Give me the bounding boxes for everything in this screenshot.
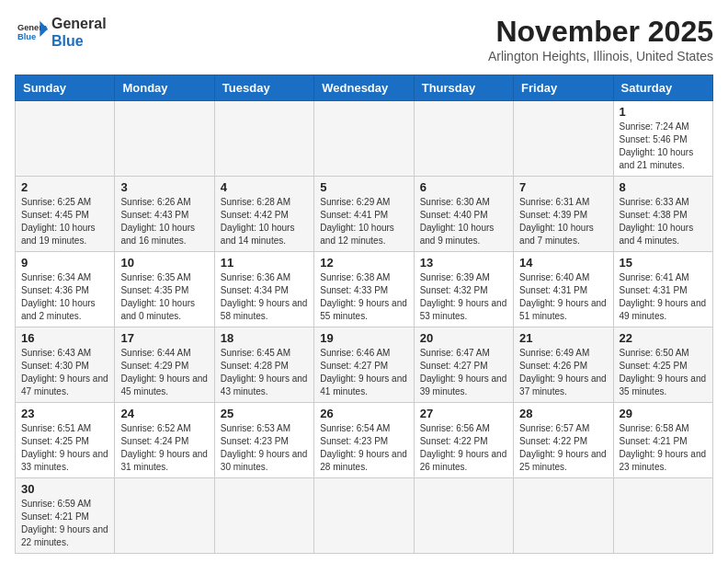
day-info: Sunrise: 6:30 AM Sunset: 4:40 PM Dayligh… (420, 196, 507, 247)
day-info: Sunrise: 6:40 AM Sunset: 4:31 PM Dayligh… (519, 271, 607, 323)
day-number: 8 (620, 180, 707, 194)
day-info: Sunrise: 6:36 AM Sunset: 4:34 PM Dayligh… (221, 271, 308, 323)
weekday-header: Wednesday (314, 75, 414, 101)
calendar-cell: 26Sunrise: 6:54 AM Sunset: 4:23 PM Dayli… (314, 403, 414, 478)
day-number: 21 (519, 331, 607, 345)
calendar-cell: 20Sunrise: 6:47 AM Sunset: 4:27 PM Dayli… (414, 327, 513, 403)
day-info: Sunrise: 6:38 AM Sunset: 4:33 PM Dayligh… (320, 271, 407, 323)
weekday-header: Friday (514, 75, 613, 101)
day-number: 23 (21, 407, 108, 420)
calendar-cell: 11Sunrise: 6:36 AM Sunset: 4:34 PM Dayli… (214, 252, 313, 327)
day-number: 4 (221, 180, 308, 194)
logo-icon: General Blue (15, 16, 48, 49)
day-number: 29 (620, 407, 707, 420)
calendar-cell: 2Sunrise: 6:25 AM Sunset: 4:45 PM Daylig… (16, 177, 115, 252)
day-number: 30 (21, 482, 108, 496)
day-info: Sunrise: 6:57 AM Sunset: 4:22 PM Dayligh… (519, 422, 607, 474)
calendar-header-row: SundayMondayTuesdayWednesdayThursdayFrid… (16, 75, 713, 101)
calendar-cell: 22Sunrise: 6:50 AM Sunset: 4:25 PM Dayli… (613, 327, 712, 403)
day-info: Sunrise: 6:45 AM Sunset: 4:28 PM Dayligh… (221, 347, 308, 398)
title-area: November 2025 Arlington Heights, Illinoi… (488, 15, 713, 63)
day-info: Sunrise: 6:25 AM Sunset: 4:45 PM Dayligh… (21, 196, 108, 247)
day-info: Sunrise: 6:29 AM Sunset: 4:41 PM Dayligh… (320, 196, 407, 247)
calendar-week-row: 16Sunrise: 6:43 AM Sunset: 4:30 PM Dayli… (16, 327, 713, 403)
day-info: Sunrise: 6:35 AM Sunset: 4:35 PM Dayligh… (120, 271, 208, 323)
day-info: Sunrise: 6:26 AM Sunset: 4:43 PM Dayligh… (120, 196, 208, 247)
logo-general: General (51, 15, 107, 32)
day-number: 26 (320, 407, 407, 420)
calendar-cell: 27Sunrise: 6:56 AM Sunset: 4:22 PM Dayli… (414, 403, 513, 478)
calendar-cell (414, 478, 513, 554)
day-info: Sunrise: 6:43 AM Sunset: 4:30 PM Dayligh… (21, 347, 108, 398)
calendar-cell: 8Sunrise: 6:33 AM Sunset: 4:38 PM Daylig… (613, 177, 712, 252)
day-number: 27 (420, 407, 507, 420)
day-number: 16 (21, 331, 108, 345)
day-info: Sunrise: 6:50 AM Sunset: 4:25 PM Dayligh… (620, 347, 707, 398)
day-number: 1 (620, 105, 707, 119)
calendar-cell (514, 101, 613, 177)
calendar-cell: 9Sunrise: 6:34 AM Sunset: 4:36 PM Daylig… (16, 252, 115, 327)
calendar-cell: 29Sunrise: 6:58 AM Sunset: 4:21 PM Dayli… (613, 403, 712, 478)
day-info: Sunrise: 6:34 AM Sunset: 4:36 PM Dayligh… (21, 271, 108, 323)
day-info: Sunrise: 6:58 AM Sunset: 4:21 PM Dayligh… (620, 422, 707, 474)
svg-text:Blue: Blue (17, 32, 36, 41)
day-info: Sunrise: 6:39 AM Sunset: 4:32 PM Dayligh… (420, 271, 507, 323)
calendar-cell: 13Sunrise: 6:39 AM Sunset: 4:32 PM Dayli… (414, 252, 513, 327)
calendar-cell: 12Sunrise: 6:38 AM Sunset: 4:33 PM Dayli… (314, 252, 414, 327)
calendar-cell: 5Sunrise: 6:29 AM Sunset: 4:41 PM Daylig… (314, 177, 414, 252)
calendar-cell (613, 478, 712, 554)
day-number: 3 (120, 180, 208, 194)
day-info: Sunrise: 7:24 AM Sunset: 5:46 PM Dayligh… (620, 121, 707, 172)
calendar-cell (115, 478, 214, 554)
calendar-cell: 15Sunrise: 6:41 AM Sunset: 4:31 PM Dayli… (613, 252, 712, 327)
day-number: 14 (519, 256, 607, 270)
day-number: 24 (120, 407, 208, 420)
weekday-header: Saturday (613, 75, 712, 101)
calendar-week-row: 9Sunrise: 6:34 AM Sunset: 4:36 PM Daylig… (16, 252, 713, 327)
day-info: Sunrise: 6:31 AM Sunset: 4:39 PM Dayligh… (519, 196, 607, 247)
header: General Blue General Blue November 2025 … (15, 15, 713, 63)
day-info: Sunrise: 6:51 AM Sunset: 4:25 PM Dayligh… (21, 422, 108, 474)
day-number: 9 (21, 256, 108, 270)
calendar-week-row: 30Sunrise: 6:59 AM Sunset: 4:21 PM Dayli… (16, 478, 713, 554)
day-number: 2 (21, 180, 108, 194)
calendar-cell: 24Sunrise: 6:52 AM Sunset: 4:24 PM Dayli… (115, 403, 214, 478)
location: Arlington Heights, Illinois, United Stat… (488, 49, 713, 63)
calendar-cell: 17Sunrise: 6:44 AM Sunset: 4:29 PM Dayli… (115, 327, 214, 403)
calendar-cell (115, 101, 214, 177)
calendar-cell (514, 478, 613, 554)
calendar-cell: 30Sunrise: 6:59 AM Sunset: 4:21 PM Dayli… (16, 478, 115, 554)
day-number: 13 (420, 256, 507, 270)
calendar-cell: 3Sunrise: 6:26 AM Sunset: 4:43 PM Daylig… (115, 177, 214, 252)
day-number: 10 (120, 256, 208, 270)
day-info: Sunrise: 6:46 AM Sunset: 4:27 PM Dayligh… (320, 347, 407, 398)
day-number: 17 (120, 331, 208, 345)
calendar-cell: 18Sunrise: 6:45 AM Sunset: 4:28 PM Dayli… (214, 327, 313, 403)
day-number: 15 (620, 256, 707, 270)
day-number: 6 (420, 180, 507, 194)
day-info: Sunrise: 6:52 AM Sunset: 4:24 PM Dayligh… (120, 422, 208, 474)
weekday-header: Sunday (16, 75, 115, 101)
calendar-week-row: 1Sunrise: 7:24 AM Sunset: 5:46 PM Daylig… (16, 101, 713, 177)
calendar-cell: 14Sunrise: 6:40 AM Sunset: 4:31 PM Dayli… (514, 252, 613, 327)
day-info: Sunrise: 6:41 AM Sunset: 4:31 PM Dayligh… (620, 271, 707, 323)
day-info: Sunrise: 6:28 AM Sunset: 4:42 PM Dayligh… (221, 196, 308, 247)
weekday-header: Monday (115, 75, 214, 101)
calendar-week-row: 2Sunrise: 6:25 AM Sunset: 4:45 PM Daylig… (16, 177, 713, 252)
day-info: Sunrise: 6:59 AM Sunset: 4:21 PM Dayligh… (21, 498, 108, 549)
month-year: November 2025 (488, 15, 713, 49)
calendar-cell: 6Sunrise: 6:30 AM Sunset: 4:40 PM Daylig… (414, 177, 513, 252)
calendar-cell (214, 478, 313, 554)
calendar-cell: 28Sunrise: 6:57 AM Sunset: 4:22 PM Dayli… (514, 403, 613, 478)
logo-blue: Blue (51, 32, 107, 50)
day-number: 7 (519, 180, 607, 194)
calendar: SundayMondayTuesdayWednesdayThursdayFrid… (15, 75, 713, 554)
calendar-cell: 10Sunrise: 6:35 AM Sunset: 4:35 PM Dayli… (115, 252, 214, 327)
calendar-cell: 7Sunrise: 6:31 AM Sunset: 4:39 PM Daylig… (514, 177, 613, 252)
day-number: 18 (221, 331, 308, 345)
calendar-cell (16, 101, 115, 177)
calendar-cell (214, 101, 313, 177)
day-info: Sunrise: 6:54 AM Sunset: 4:23 PM Dayligh… (320, 422, 407, 474)
weekday-header: Tuesday (214, 75, 313, 101)
day-info: Sunrise: 6:44 AM Sunset: 4:29 PM Dayligh… (120, 347, 208, 398)
